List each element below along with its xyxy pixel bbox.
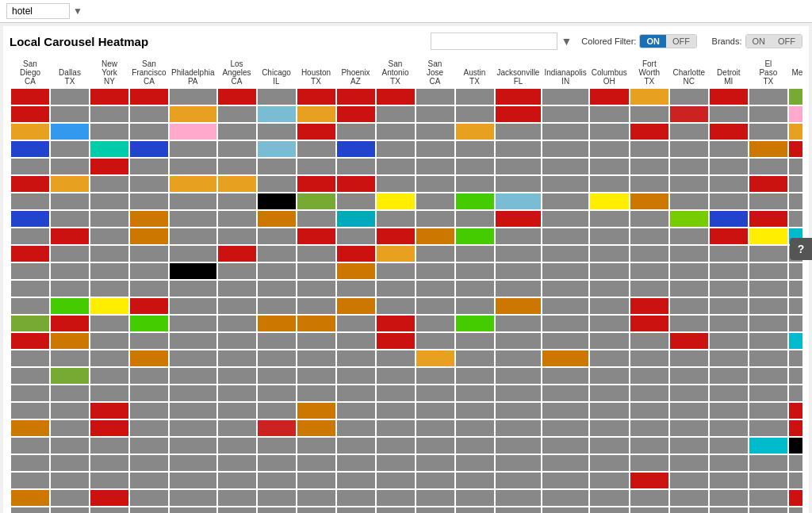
heatmap-cell[interactable] — [377, 316, 415, 331]
heatmap-cell[interactable] — [11, 124, 49, 140]
heatmap-cell[interactable] — [590, 385, 629, 401]
heatmap-cell[interactable] — [11, 193, 49, 209]
heatmap-cell[interactable] — [218, 438, 256, 454]
heatmap-cell[interactable] — [258, 507, 296, 513]
heatmap-cell[interactable] — [130, 368, 168, 384]
heatmap-cell[interactable] — [542, 490, 588, 506]
heatmap-cell[interactable] — [130, 438, 168, 454]
heatmap-cell[interactable] — [51, 89, 89, 105]
heatmap-cell[interactable] — [590, 246, 629, 262]
heatmap-cell[interactable] — [297, 228, 335, 244]
heatmap-cell[interactable] — [789, 368, 802, 384]
heatmap-cell[interactable] — [670, 246, 708, 262]
heatmap-cell[interactable] — [218, 420, 256, 436]
heatmap-cell[interactable] — [337, 490, 375, 506]
heatmap-cell[interactable] — [789, 473, 802, 488]
heatmap-cell[interactable] — [416, 316, 454, 331]
heatmap-cell[interactable] — [542, 507, 588, 513]
heatmap-cell[interactable] — [297, 298, 335, 314]
heatmap-cell[interactable] — [51, 141, 89, 157]
heatmap-cell[interactable] — [670, 316, 708, 331]
heatmap-cell[interactable] — [90, 490, 128, 506]
heatmap-cell[interactable] — [51, 281, 89, 297]
heatmap-cell[interactable] — [456, 385, 494, 401]
heatmap-cell[interactable] — [630, 159, 668, 174]
heatmap-cell[interactable] — [710, 507, 748, 513]
heatmap-cell[interactable] — [590, 106, 629, 122]
heatmap-cell[interactable] — [416, 89, 454, 105]
heatmap-cell[interactable] — [456, 368, 494, 384]
heatmap-cell[interactable] — [749, 124, 787, 140]
heatmap-cell[interactable] — [542, 228, 588, 244]
heatmap-cell[interactable] — [218, 124, 256, 140]
heatmap-cell[interactable] — [496, 141, 542, 157]
heatmap-cell[interactable] — [130, 124, 168, 140]
heatmap-cell[interactable] — [416, 385, 454, 401]
heatmap-cell[interactable] — [218, 350, 256, 366]
heatmap-cell[interactable] — [749, 246, 787, 262]
heatmap-cell[interactable] — [297, 106, 335, 122]
heatmap-cell[interactable] — [11, 298, 49, 314]
heatmap-cell[interactable] — [670, 455, 708, 471]
heatmap-cell[interactable] — [590, 438, 629, 454]
heatmap-cell[interactable] — [710, 420, 748, 436]
heatmap-cell[interactable] — [377, 106, 415, 122]
heatmap-cell[interactable] — [710, 246, 748, 262]
heatmap-cell[interactable] — [590, 211, 629, 227]
heatmap-cell[interactable] — [630, 333, 668, 349]
heatmap-cell[interactable] — [170, 490, 216, 506]
heatmap-cell[interactable] — [130, 316, 168, 331]
heatmap-cell[interactable] — [789, 124, 802, 140]
heatmap-cell[interactable] — [496, 316, 542, 331]
heatmap-cell[interactable] — [218, 246, 256, 262]
heatmap-cell[interactable] — [749, 507, 787, 513]
heatmap-cell[interactable] — [170, 368, 216, 384]
heatmap-cell[interactable] — [90, 176, 128, 192]
heatmap-cell[interactable] — [218, 141, 256, 157]
heatmap-cell[interactable] — [90, 333, 128, 349]
heatmap-cell[interactable] — [377, 438, 415, 454]
heatmap-cell[interactable] — [542, 350, 588, 366]
heatmap-cell[interactable] — [416, 141, 454, 157]
heatmap-cell[interactable] — [297, 403, 335, 419]
heatmap-cell[interactable] — [542, 403, 588, 419]
heatmap-cell[interactable] — [130, 403, 168, 419]
heatmap-cell[interactable] — [496, 106, 542, 122]
heatmap-cell[interactable] — [670, 507, 708, 513]
heatmap-cell[interactable] — [170, 106, 216, 122]
heatmap-cell[interactable] — [337, 438, 375, 454]
heatmap-cell[interactable] — [11, 159, 49, 174]
heatmap-cell[interactable] — [590, 176, 629, 192]
heatmap-cell[interactable] — [789, 385, 802, 401]
heatmap-cell[interactable] — [542, 263, 588, 279]
heatmap-cell[interactable] — [218, 89, 256, 105]
heatmap-cell[interactable] — [670, 263, 708, 279]
heatmap-cell[interactable] — [11, 176, 49, 192]
heatmap-cell[interactable] — [377, 141, 415, 157]
heatmap-cell[interactable] — [416, 281, 454, 297]
heatmap-cell[interactable] — [130, 89, 168, 105]
heatmap-cell[interactable] — [218, 263, 256, 279]
heatmap-cell[interactable] — [789, 89, 802, 105]
heatmap-cell[interactable] — [337, 403, 375, 419]
heatmap-cell[interactable] — [51, 228, 89, 244]
heatmap-cell[interactable] — [416, 420, 454, 436]
heatmap-cell[interactable] — [749, 106, 787, 122]
heatmap-cell[interactable] — [218, 368, 256, 384]
heatmap-cell[interactable] — [710, 228, 748, 244]
heatmap-cell[interactable] — [496, 176, 542, 192]
heatmap-cell[interactable] — [90, 193, 128, 209]
heatmap-cell[interactable] — [51, 455, 89, 471]
heatmap-cell[interactable] — [337, 281, 375, 297]
heatmap-cell[interactable] — [630, 420, 668, 436]
heatmap-cell[interactable] — [590, 490, 629, 506]
heatmap-cell[interactable] — [670, 368, 708, 384]
heatmap-cell[interactable] — [590, 333, 629, 349]
heatmap-cell[interactable] — [377, 176, 415, 192]
heatmap-cell[interactable] — [749, 211, 787, 227]
heatmap-cell[interactable] — [51, 263, 89, 279]
heatmap-cell[interactable] — [90, 124, 128, 140]
heatmap-cell[interactable] — [337, 473, 375, 488]
heatmap-cell[interactable] — [377, 507, 415, 513]
heatmap-cell[interactable] — [630, 385, 668, 401]
